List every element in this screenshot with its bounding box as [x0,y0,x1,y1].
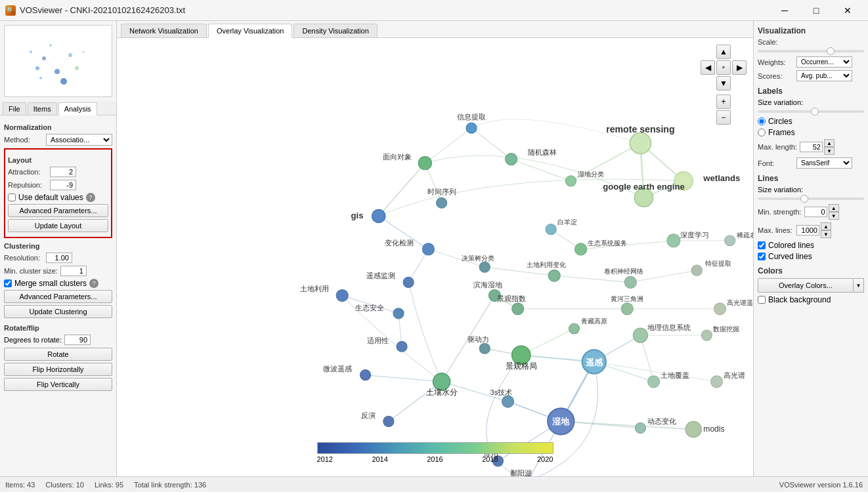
svg-point-9 [82,51,85,53]
nav-right-button[interactable]: ▶ [732,60,747,75]
labels-slider-track[interactable] [758,110,864,113]
colors-section-title: Colors [758,266,864,276]
svg-line-12 [57,55,70,72]
circles-radio[interactable] [758,117,766,125]
update-clustering-button[interactable]: Update Clustering [4,305,112,318]
min-strength-down[interactable]: ▼ [829,212,839,220]
labels-slider-thumb[interactable] [811,108,819,115]
nav-up-button[interactable]: ▲ [716,45,731,59]
svg-point-94 [479,262,490,272]
svg-point-132 [383,416,394,426]
flip-horizontal-button[interactable]: Flip Horizontally [4,363,112,376]
zoom-out-button[interactable]: − [716,110,731,125]
colored-lines-row: Colored lines [758,241,864,250]
merge-clusters-checkbox[interactable] [4,279,12,287]
frames-radio[interactable] [758,129,766,136]
panel-content: Normalization Method: Associatio... Layo… [0,115,116,476]
tab-analysis[interactable]: Analysis [58,102,97,115]
maximize-button[interactable]: □ [801,0,831,21]
nav-down-button[interactable]: ▼ [716,76,731,91]
tab-file[interactable]: File [3,102,26,115]
statusbar-left: Items: 43 Clusters: 10 Links: 95 Total l… [5,481,206,489]
scores-select[interactable]: Avg. pub... [796,70,852,81]
merge-help-icon[interactable]: ? [89,279,98,288]
flip-vertical-button[interactable]: Flip Vertically [4,378,112,391]
resolution-label: Resolution: [4,254,43,262]
svg-text:3s技术: 3s技术 [490,388,513,396]
max-length-input[interactable] [800,142,823,152]
repulsion-input[interactable] [50,180,76,190]
labels-size-variation-label: Size variation: [758,98,864,106]
scale-row: Scale: [758,38,864,46]
svg-point-7 [75,66,79,70]
use-default-help-icon[interactable]: ? [86,193,95,202]
max-length-down[interactable]: ▼ [824,147,835,155]
svg-point-130 [502,396,513,407]
font-select[interactable]: SansSerif [796,157,852,169]
black-background-checkbox[interactable] [758,296,766,304]
zoom-in-button[interactable]: + [716,94,731,109]
app-icon: 🔍 [5,5,16,16]
circles-label: Circles [768,117,792,126]
attraction-input[interactable] [50,167,76,177]
resolution-input[interactable] [46,253,72,263]
tab-items[interactable]: Items [28,102,57,115]
max-lines-up[interactable]: ▲ [821,222,831,230]
overlay-colors-dropdown[interactable]: ▼ [854,278,864,293]
svg-text:湿地: 湿地 [552,417,570,426]
svg-point-70 [418,157,431,170]
nav-left-button[interactable]: ◀ [701,60,715,75]
max-lines-label: Max. lines: [758,226,794,234]
scale-slider-thumb[interactable] [827,47,835,55]
svg-text:景观指数: 景观指数 [497,295,526,302]
svg-text:土地利用: 土地利用 [300,285,329,293]
frames-radio-row: Frames [758,128,864,137]
max-lines-down[interactable]: ▼ [821,230,831,238]
use-default-label: Use default values [18,193,83,202]
min-cluster-input[interactable] [60,266,87,276]
svg-text:滨海湿地: 滨海湿地 [473,281,502,289]
svg-point-120 [633,328,647,342]
lines-slider-thumb[interactable] [800,195,808,203]
resolution-row: Resolution: [4,253,112,263]
use-default-row: Use default values ? [8,193,108,202]
svg-text:微波遥感: 微波遥感 [323,365,352,373]
max-length-up[interactable]: ▲ [824,139,835,147]
network-svg: remote sensing wetlands google earth eng… [117,38,753,476]
method-select[interactable]: Associatio... [46,134,112,146]
svg-point-116 [479,343,490,354]
statusbar: Items: 43 Clusters: 10 Links: 95 Total l… [0,476,868,492]
update-layout-button[interactable]: Update Layout [8,219,108,232]
svg-text:remote sensing: remote sensing [606,124,674,134]
scale-slider-track[interactable] [758,50,864,52]
svg-point-114 [397,341,407,352]
svg-text:土壤水分: 土壤水分 [426,388,458,397]
svg-text:土地利用变化: 土地利用变化 [527,261,566,268]
colored-lines-checkbox[interactable] [758,241,766,249]
lines-slider-track[interactable] [758,197,864,200]
rotate-button[interactable]: Rotate [4,348,112,361]
black-background-label: Black background [768,295,831,304]
svg-point-5 [49,44,52,47]
right-panel: Visualization Scale: Weights: Occurren..… [753,21,868,476]
use-default-checkbox[interactable] [8,194,16,201]
min-strength-up[interactable]: ▲ [829,204,839,212]
svg-rect-14 [117,52,753,462]
nav-center-button[interactable]: + [716,60,731,75]
minimize-button[interactable]: ─ [770,0,800,21]
advanced-params-clustering-button[interactable]: Advanced Parameters... [4,290,112,303]
min-strength-input[interactable] [804,207,827,217]
advanced-params-layout-button[interactable]: Advanced Parameters... [8,204,108,217]
overlay-colors-button[interactable]: Overlay Colors... [758,278,854,293]
tab-overlay-visualization[interactable]: Overlay Visualization [208,24,293,38]
close-button[interactable]: ✕ [833,0,863,21]
visualization-canvas[interactable]: remote sensing wetlands google earth eng… [117,38,753,476]
curved-lines-checkbox[interactable] [758,253,766,260]
svg-text:时间序列: 时间序列 [427,188,456,195]
weights-select[interactable]: Occurren... [796,56,852,68]
titlebar: 🔍 VOSviewer - CNKI-20210102162426203.txt… [0,0,868,21]
tab-density-visualization[interactable]: Density Visualization [293,24,377,37]
degrees-input[interactable] [64,335,91,345]
tab-network-visualization[interactable]: Network Visualization [121,24,207,37]
max-lines-input[interactable] [796,225,819,236]
